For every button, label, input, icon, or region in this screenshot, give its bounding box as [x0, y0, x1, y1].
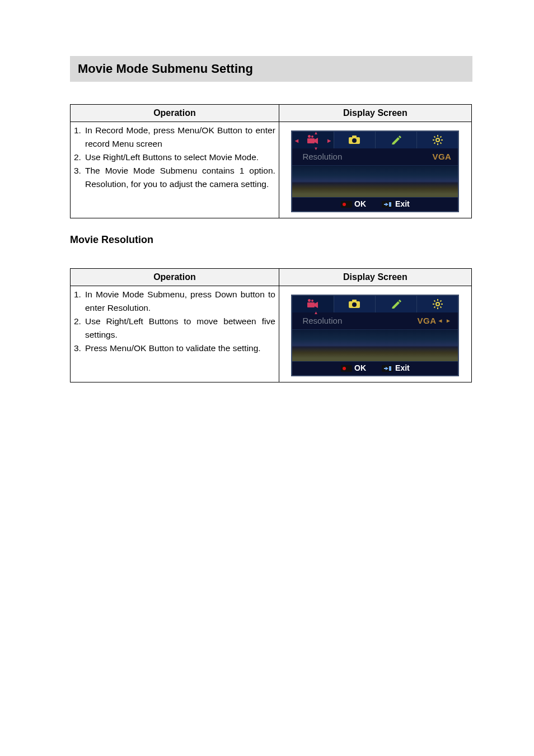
svg-rect-0	[307, 138, 315, 143]
tab-camera	[334, 296, 376, 312]
tab-settings	[417, 296, 458, 312]
operation-step: 2.Use Right/Left Buttons to select Movie…	[74, 151, 275, 164]
svg-point-24	[352, 302, 357, 307]
step-text: Press Menu/OK Button to validate the set…	[85, 342, 275, 355]
step-text: In Record Mode, press Menu/OK Button to …	[85, 124, 275, 151]
svg-rect-2	[311, 136, 313, 138]
gear-icon	[433, 299, 443, 309]
display-cell: ▲ResolutionVGA ◄►OKExit	[279, 286, 471, 382]
svg-rect-23	[352, 300, 357, 302]
svg-line-32	[440, 301, 441, 302]
operation-cell: 1.In Record Mode, press Menu/OK Button t…	[71, 122, 279, 218]
step-text: Use Right/Left Buttons to move between f…	[85, 315, 275, 342]
operation-cell: 1.In Movie Mode Submenu, press Down butt…	[71, 286, 279, 382]
pen-icon	[391, 300, 402, 309]
movie-icon	[306, 135, 320, 145]
display-screen-mock: ◄►▲▼ResolutionVGA OKExit	[291, 130, 459, 212]
svg-line-30	[434, 301, 435, 302]
ok-control: OK	[341, 362, 366, 375]
svg-line-14	[434, 143, 435, 144]
operation-step: 3.The Movie Mode Submenu contains 1 opti…	[74, 164, 275, 191]
tab-edit	[376, 132, 417, 148]
operation-step: 3.Press Menu/OK Button to validate the s…	[74, 342, 275, 355]
svg-line-11	[434, 137, 435, 138]
resolution-value: VGA	[432, 150, 451, 163]
bottom-bar: OKExit	[292, 198, 458, 211]
step-text: Use Right/Left Buttons to select Movie M…	[85, 151, 275, 164]
step-number: 1.	[74, 288, 85, 315]
svg-rect-1	[308, 135, 311, 138]
movie-mode-table: Operation Display Screen 1.In Record Mod…	[70, 104, 472, 218]
step-number: 2.	[74, 151, 85, 164]
preview-area	[292, 329, 458, 362]
tab-edit	[376, 296, 417, 312]
svg-rect-20	[308, 299, 311, 302]
pen-icon	[391, 136, 402, 144]
bottom-bar: OKExit	[292, 362, 458, 375]
operation-step: 1.In Movie Mode Submenu, press Down butt…	[74, 288, 275, 315]
display-screen-mock: ▲ResolutionVGA ◄►OKExit	[291, 295, 459, 376]
svg-point-5	[352, 138, 357, 143]
svg-point-6	[436, 138, 439, 142]
exit-control: Exit	[382, 362, 410, 375]
ok-control: OK	[341, 198, 366, 211]
resolution-value: VGA ◄►	[418, 314, 452, 327]
movie-resolution-table: Operation Display Screen 1.In Movie Mode…	[70, 268, 472, 382]
svg-rect-19	[307, 302, 315, 307]
operation-step: 1.In Record Mode, press Menu/OK Button t…	[74, 124, 275, 151]
svg-rect-4	[352, 136, 357, 138]
col-display: Display Screen	[279, 105, 471, 122]
exit-icon	[382, 201, 393, 208]
operation-step: 2.Use Right/Left Buttons to move between…	[74, 315, 275, 342]
svg-point-35	[343, 367, 346, 370]
ok-label: OK	[354, 198, 366, 211]
exit-label: Exit	[395, 198, 410, 211]
exit-control: Exit	[382, 198, 410, 211]
svg-line-13	[440, 137, 441, 138]
camera-icon	[348, 136, 360, 144]
svg-line-33	[434, 307, 435, 308]
ok-label: OK	[354, 362, 366, 375]
preview-area	[292, 165, 458, 198]
svg-rect-18	[389, 202, 391, 207]
svg-line-12	[440, 143, 441, 144]
step-number: 1.	[74, 124, 85, 151]
section-heading: Movie Mode Submenu Setting	[70, 56, 472, 82]
step-number: 2.	[74, 315, 85, 342]
step-number: 3.	[74, 164, 85, 191]
resolution-label: Resolution	[302, 150, 342, 163]
exit-icon	[382, 365, 393, 372]
step-number: 3.	[74, 342, 85, 355]
display-cell: ◄►▲▼ResolutionVGA OKExit	[279, 122, 471, 218]
exit-label: Exit	[395, 362, 410, 375]
subsection-heading: Movie Resolution	[70, 234, 472, 246]
svg-rect-37	[389, 366, 391, 371]
camera-icon	[348, 300, 360, 309]
svg-rect-21	[311, 300, 313, 302]
rec-icon	[341, 201, 352, 208]
resolution-label: Resolution	[302, 314, 342, 327]
svg-line-31	[440, 307, 441, 308]
svg-point-25	[436, 302, 439, 306]
rec-icon	[341, 365, 352, 372]
step-text: In Movie Mode Submenu, press Down button…	[85, 288, 275, 315]
col-operation: Operation	[71, 105, 279, 122]
section-heading-text: Movie Mode Submenu Setting	[78, 62, 465, 76]
tab-camera	[334, 132, 376, 148]
gear-icon	[433, 135, 443, 145]
tab-settings	[417, 132, 458, 148]
svg-point-16	[343, 203, 346, 206]
col-display: Display Screen	[279, 269, 471, 286]
movie-icon	[306, 299, 320, 309]
col-operation: Operation	[71, 269, 279, 286]
step-text: The Movie Mode Submenu contains 1 option…	[85, 164, 275, 191]
